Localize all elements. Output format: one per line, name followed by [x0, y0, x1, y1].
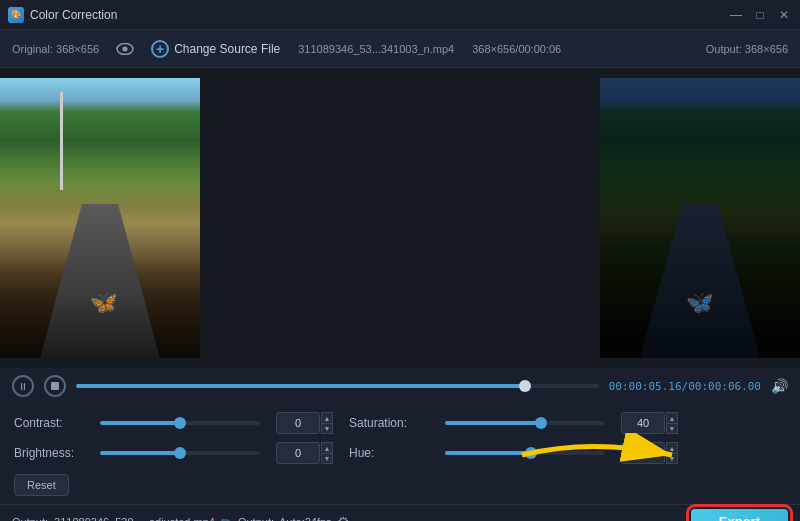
- file-name: 311089346_53...341003_n.mp4: [298, 43, 454, 55]
- scrubber-track[interactable]: [76, 384, 599, 388]
- output-format-value: Auto;24fps: [279, 516, 332, 522]
- output-video-content: 🦋: [600, 78, 800, 358]
- road-visual: [40, 204, 160, 358]
- app-title: Color Correction: [30, 8, 117, 22]
- toolbar: Original: 368×656 + Change Source File 3…: [0, 30, 800, 68]
- pause-button[interactable]: ⏸: [12, 375, 34, 397]
- volume-icon[interactable]: 🔊: [771, 378, 788, 394]
- butterfly-left-icon: 🦋: [90, 290, 117, 316]
- hue-slider[interactable]: [445, 451, 605, 455]
- close-button[interactable]: ✕: [776, 7, 792, 23]
- hue-down[interactable]: ▼: [666, 453, 678, 464]
- original-size-label: Original: 368×656: [12, 43, 99, 55]
- contrast-spinners: ▲ ▼: [321, 412, 333, 434]
- saturation-value-box: 40 ▲ ▼: [621, 412, 678, 434]
- original-video-content: 🦋: [0, 78, 200, 358]
- saturation-input[interactable]: 40: [621, 412, 665, 434]
- reset-button[interactable]: Reset: [14, 474, 69, 496]
- output-filename: 311089346_539..._adjusted.mp4: [54, 516, 215, 522]
- saturation-label: Saturation:: [349, 416, 429, 430]
- output-label: Output: 311089346_539..._adjusted.mp4 ✏: [12, 515, 230, 521]
- output-bar: Output: 311089346_539..._adjusted.mp4 ✏ …: [0, 504, 800, 521]
- brightness-thumb[interactable]: [174, 447, 186, 459]
- hue-value-box: 27 ▲ ▼: [621, 442, 678, 464]
- contrast-up[interactable]: ▲: [321, 412, 333, 423]
- contrast-down[interactable]: ▼: [321, 423, 333, 434]
- eye-icon[interactable]: [113, 37, 137, 61]
- brightness-input[interactable]: 0: [276, 442, 320, 464]
- contrast-fill: [100, 421, 180, 425]
- hue-up[interactable]: ▲: [666, 442, 678, 453]
- butterfly-right-icon: 🦋: [686, 290, 713, 316]
- saturation-up[interactable]: ▲: [666, 412, 678, 423]
- hue-fill: [445, 451, 531, 455]
- scrubber-fill: [76, 384, 525, 388]
- change-source-button[interactable]: + Change Source File: [151, 40, 280, 58]
- add-icon: +: [151, 40, 169, 58]
- hue-thumb[interactable]: [525, 447, 537, 459]
- file-info: 368×656/00:00:06: [472, 43, 561, 55]
- original-video-panel: 🦋: [0, 78, 200, 358]
- app-icon: 🎨: [8, 7, 24, 23]
- saturation-slider[interactable]: [445, 421, 605, 425]
- saturation-spinners: ▲ ▼: [666, 412, 678, 434]
- settings-icon[interactable]: ⚙: [337, 514, 350, 522]
- pole-visual: [60, 92, 63, 190]
- brightness-down[interactable]: ▼: [321, 453, 333, 464]
- stop-icon: [51, 382, 59, 390]
- preview-spacer: [200, 68, 600, 368]
- saturation-thumb[interactable]: [535, 417, 547, 429]
- brightness-row: Brightness: 0 ▲ ▼ Hue: 27 ▲ ▼: [14, 442, 786, 464]
- maximize-button[interactable]: □: [752, 7, 768, 23]
- edit-filename-icon[interactable]: ✏: [221, 515, 230, 521]
- export-button[interactable]: Export: [691, 509, 788, 521]
- controls-area: Contrast: 0 ▲ ▼ Saturation: 40 ▲ ▼: [0, 404, 800, 504]
- output-size-label: Output: 368×656: [706, 43, 788, 55]
- hue-input[interactable]: 27: [621, 442, 665, 464]
- stop-button[interactable]: [44, 375, 66, 397]
- timeline-bar: ⏸ 00:00:05.16/00:00:06.00 🔊: [0, 368, 800, 404]
- saturation-fill: [445, 421, 541, 425]
- reset-row: Reset: [14, 472, 786, 496]
- preview-area: 🦋 🦋: [0, 68, 800, 368]
- minimize-button[interactable]: —: [728, 7, 744, 23]
- road-visual-right: [640, 204, 760, 358]
- brightness-label: Brightness:: [14, 446, 84, 460]
- svg-point-1: [123, 46, 128, 51]
- output-format-area: Output: Auto;24fps ⚙: [238, 514, 350, 522]
- window-controls: — □ ✕: [728, 7, 792, 23]
- change-source-label: Change Source File: [174, 42, 280, 56]
- brightness-value-box: 0 ▲ ▼: [276, 442, 333, 464]
- brightness-up[interactable]: ▲: [321, 442, 333, 453]
- contrast-slider[interactable]: [100, 421, 260, 425]
- scrubber-thumb[interactable]: [519, 380, 531, 392]
- output-video-panel: 🦋: [600, 78, 800, 358]
- brightness-spinners: ▲ ▼: [321, 442, 333, 464]
- brightness-slider[interactable]: [100, 451, 260, 455]
- contrast-label: Contrast:: [14, 416, 84, 430]
- hue-spinners: ▲ ▼: [666, 442, 678, 464]
- contrast-value-box: 0 ▲ ▼: [276, 412, 333, 434]
- time-display: 00:00:05.16/00:00:06.00: [609, 380, 761, 393]
- titlebar: 🎨 Color Correction — □ ✕: [0, 0, 800, 30]
- brightness-fill: [100, 451, 180, 455]
- contrast-input[interactable]: 0: [276, 412, 320, 434]
- contrast-row: Contrast: 0 ▲ ▼ Saturation: 40 ▲ ▼: [14, 412, 786, 434]
- saturation-down[interactable]: ▼: [666, 423, 678, 434]
- contrast-thumb[interactable]: [174, 417, 186, 429]
- hue-label: Hue:: [349, 446, 429, 460]
